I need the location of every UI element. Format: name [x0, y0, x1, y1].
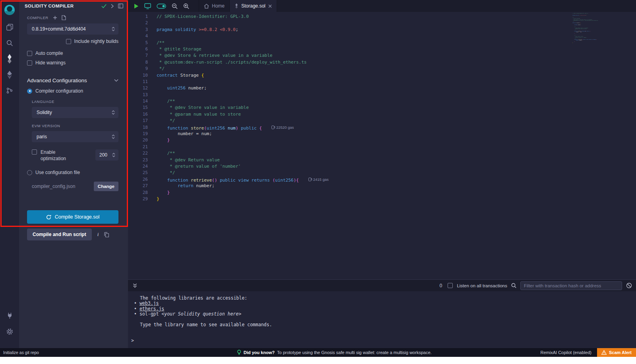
number-spinner-icon[interactable] [112, 153, 115, 157]
enable-optimization-label: Enable optimization [41, 149, 74, 162]
enable-optimization-checkbox[interactable] [32, 149, 37, 155]
code-line: 20 } [128, 137, 636, 143]
remix-logo-icon[interactable] [0, 1, 19, 19]
editor-toolbar-icons [128, 0, 193, 12]
terminal-line: •ethers.js [131, 306, 636, 312]
ethers-link[interactable]: ethers.js [140, 306, 164, 312]
terminal-search-icon[interactable] [511, 283, 516, 288]
web3-link[interactable]: web3.js [140, 300, 159, 306]
copilot-status[interactable]: RemixAI Copilot (enabled) [541, 350, 591, 355]
chevron-down-icon[interactable] [114, 79, 118, 82]
compiler-version-value: 0.8.19+commit.7dd6d404 [32, 26, 112, 32]
compiler-version-select[interactable]: 0.8.19+commit.7dd6d404 [27, 23, 118, 35]
window-bottom-margin [0, 357, 636, 364]
search-icon[interactable] [0, 35, 19, 51]
language-select[interactable]: Solidity [32, 107, 118, 118]
advanced-configurations-header[interactable]: Advanced Configurations [27, 77, 118, 83]
tab-home[interactable]: Home [199, 0, 230, 12]
code-line: 23 * @dev Return value [128, 157, 636, 163]
collapse-terminal-icon[interactable] [133, 283, 137, 288]
status-bar: Initialize as git repo Did you know? To … [0, 348, 636, 357]
code-line: 29} [128, 196, 636, 202]
clear-terminal-icon[interactable] [626, 283, 632, 288]
solgpt-arg: <your Solidity question here> [161, 311, 241, 317]
copy-icon[interactable] [104, 232, 109, 237]
compile-run-row: Compile and Run script i [27, 228, 118, 240]
code-line: 10contract Storage { [128, 72, 636, 79]
solidity-compiler-icon[interactable] [0, 51, 19, 67]
compile-button[interactable]: Compile Storage.sol [27, 210, 118, 224]
code-line: 18 function store(uint256 num) public {2… [128, 124, 636, 131]
optimization-runs-box [95, 149, 118, 161]
editor-toggle-switch[interactable] [157, 4, 166, 9]
transaction-filter-input[interactable] [520, 281, 622, 290]
code-line: 11 [128, 79, 636, 85]
terminal[interactable]: The following libraries are accessible: … [128, 291, 636, 348]
code-line: 26 function retrieve() public view retur… [128, 176, 636, 183]
panel-body: COMPILER 0.8.19+commit.7dd6d404 [19, 12, 128, 240]
evm-version-select[interactable]: paris [32, 131, 118, 142]
terminal-line: •sol-gpt <your Solidity question here> [131, 312, 636, 317]
code-line: 22 /** [128, 150, 636, 157]
code-line: 16 * @param num value to store [128, 111, 636, 118]
open-file-icon[interactable] [62, 15, 66, 20]
git-icon[interactable] [0, 83, 19, 99]
remixai-monitor-icon[interactable] [144, 3, 151, 9]
settings-gear-icon[interactable] [0, 323, 19, 339]
tab-storage-sol[interactable]: Storage.sol [230, 0, 277, 12]
zoom-out-icon[interactable] [172, 3, 178, 9]
minimap[interactable]: // SPDX-License-Identifier: GPL-3.0pragm… [572, 13, 603, 72]
terminal-prompt[interactable]: > [131, 338, 636, 343]
code-line: 12 uint256 number; [128, 85, 636, 91]
git-init-status[interactable]: Initialize as git repo [0, 350, 128, 355]
include-nightly-checkbox[interactable] [66, 39, 71, 44]
compile-and-run-button[interactable]: Compile and Run script [27, 228, 92, 240]
run-script-play-icon[interactable] [134, 4, 139, 9]
terminal-toolbar: 0 Listen on all transactions [128, 279, 636, 291]
code-line: 1// SPDX-License-Identifier: GPL-3.0 [128, 14, 636, 20]
panel-title: SOLIDITY COMPILER [25, 4, 74, 8]
lightbulb-icon [237, 350, 241, 355]
deploy-run-icon[interactable] [0, 67, 19, 83]
evm-version-label: EVM VERSION [32, 124, 118, 128]
tab-home-label: Home [212, 3, 225, 9]
code-line: 28 } [128, 190, 636, 196]
solidity-compiler-panel: SOLIDITY COMPILER COMPILER [19, 0, 128, 348]
hide-warnings-label: Hide warnings [35, 60, 66, 66]
chevron-right-icon[interactable] [111, 4, 114, 8]
gas-estimate-badge: 22520 gas [271, 124, 294, 131]
plugin-manager-icon[interactable] [0, 308, 19, 323]
close-tab-icon[interactable] [268, 4, 272, 8]
auto-compile-checkbox[interactable] [27, 51, 32, 56]
gas-estimate-badge: 2415 gas [308, 176, 329, 183]
select-carets-icon [112, 134, 115, 139]
pin-panel-icon[interactable] [118, 4, 123, 8]
tab-storage-label: Storage.sol [241, 3, 266, 9]
advanced-configurations-title: Advanced Configurations [27, 77, 87, 83]
code-editor[interactable]: 1// SPDX-License-Identifier: GPL-3.023pr… [128, 12, 636, 279]
use-configuration-file-radio[interactable] [27, 170, 32, 175]
change-config-button[interactable]: Change [94, 182, 118, 191]
minimap-content: // SPDX-License-Identifier: GPL-3.0pragm… [572, 13, 603, 43]
info-icon[interactable]: i [97, 231, 99, 238]
listen-transactions-checkbox[interactable] [448, 283, 453, 288]
code-line: 27 return number; [128, 183, 636, 189]
listen-transactions-label: Listen on all transactions [457, 283, 507, 288]
compiler-section-row: COMPILER [27, 15, 118, 20]
code-line: 2 [128, 20, 636, 26]
code-line: 4 [128, 33, 636, 39]
main-area: Home Storage.sol 1// SPDX-License-Identi… [128, 0, 636, 348]
did-you-know-tip: Did you know? To prototype using the Gno… [128, 350, 541, 355]
compile-success-check-icon [101, 4, 107, 8]
optimization-runs-input[interactable] [99, 152, 112, 158]
terminal-line: The following libraries are accessible: [131, 296, 636, 301]
compiler-configuration-radio[interactable] [27, 89, 32, 94]
hide-warnings-checkbox[interactable] [27, 60, 32, 66]
code-line: 25 */ [128, 170, 636, 176]
zoom-in-icon[interactable] [183, 3, 189, 9]
file-explorer-icon[interactable] [0, 19, 19, 35]
scam-alert-badge[interactable]: Scam Alert [597, 348, 636, 357]
compiler-section-label: COMPILER [27, 15, 48, 20]
compiler-configuration-label: Compiler configuration [35, 88, 83, 94]
add-compiler-icon[interactable] [53, 15, 57, 20]
